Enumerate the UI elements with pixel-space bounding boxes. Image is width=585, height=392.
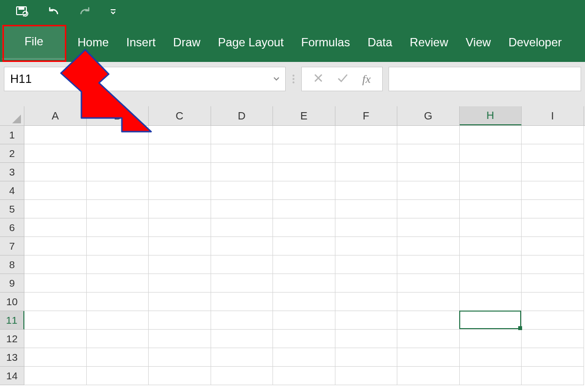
cell[interactable] [397,311,460,330]
cell[interactable] [460,367,522,385]
cell[interactable] [522,181,584,200]
cell[interactable] [24,200,87,218]
cell[interactable] [87,218,149,237]
tab-review[interactable]: Review [401,23,457,62]
cell[interactable] [397,330,460,348]
cell[interactable] [24,330,87,348]
cell[interactable] [460,237,522,255]
cell[interactable] [522,274,584,293]
cell[interactable] [211,163,273,181]
cell[interactable] [211,144,273,163]
cell[interactable] [460,163,522,181]
row-header-14[interactable]: 14 [0,367,24,385]
cell[interactable] [273,311,335,330]
cell[interactable] [273,163,335,181]
cell[interactable] [397,237,460,255]
cell[interactable] [522,367,584,385]
name-box[interactable]: H11 [4,67,286,91]
row-header-6[interactable]: 6 [0,218,24,237]
enter-formula-icon[interactable] [337,72,349,86]
cell[interactable] [149,181,211,200]
name-box-dropdown-icon[interactable] [273,76,279,82]
cell[interactable] [273,274,335,293]
cell[interactable] [87,330,149,348]
cell[interactable] [149,144,211,163]
tab-view[interactable]: View [457,23,500,62]
cell[interactable] [87,181,149,200]
cell[interactable] [149,367,211,385]
cell[interactable] [211,200,273,218]
cell[interactable] [460,348,522,367]
tab-page-layout[interactable]: Page Layout [209,23,292,62]
autosave-icon[interactable] [16,5,29,19]
cell[interactable] [87,144,149,163]
cell[interactable] [335,274,398,293]
cell[interactable] [149,293,211,311]
cell[interactable] [87,126,149,144]
cell[interactable] [335,200,398,218]
cell[interactable] [211,293,273,311]
col-header-h[interactable]: H [460,106,522,125]
cell[interactable] [522,144,584,163]
cell[interactable] [397,163,460,181]
col-header-d[interactable]: D [211,106,273,125]
row-header-10[interactable]: 10 [0,293,24,311]
cell[interactable] [24,311,87,330]
cell[interactable] [87,367,149,385]
customize-qat-icon[interactable] [109,5,117,19]
cell[interactable] [149,126,211,144]
cell[interactable] [273,367,335,385]
row-header-11[interactable]: 11 [0,311,24,330]
cell[interactable] [460,255,522,274]
row-header-8[interactable]: 8 [0,255,24,274]
cell[interactable] [522,330,584,348]
undo-icon[interactable] [47,5,60,19]
cell[interactable] [397,274,460,293]
cell[interactable] [211,367,273,385]
cell[interactable] [149,218,211,237]
cell[interactable] [397,293,460,311]
cell[interactable] [273,200,335,218]
cell[interactable] [397,367,460,385]
redo-icon[interactable] [78,5,92,19]
cell[interactable] [211,255,273,274]
select-all-corner[interactable] [0,106,24,125]
cell[interactable] [24,367,87,385]
tab-draw[interactable]: Draw [164,23,209,62]
cell[interactable] [149,200,211,218]
cell[interactable] [397,181,460,200]
cell[interactable] [522,200,584,218]
cell[interactable] [273,348,335,367]
formula-bar-splitter[interactable] [292,75,295,83]
cell[interactable] [24,255,87,274]
cell[interactable] [149,311,211,330]
row-header-9[interactable]: 9 [0,274,24,293]
col-header-c[interactable]: C [149,106,211,125]
col-header-f[interactable]: F [335,106,398,125]
cell[interactable] [522,126,584,144]
cell[interactable] [273,237,335,255]
cell[interactable] [149,237,211,255]
row-header-4[interactable]: 4 [0,181,24,200]
cell[interactable] [460,311,522,330]
col-header-a[interactable]: A [24,106,87,125]
cell[interactable] [335,311,398,330]
cell[interactable] [87,163,149,181]
cell[interactable] [273,293,335,311]
cell[interactable] [460,330,522,348]
cell[interactable] [24,293,87,311]
insert-function-icon[interactable]: fx [362,73,370,86]
col-header-g[interactable]: G [397,106,460,125]
cell[interactable] [273,330,335,348]
tab-data[interactable]: Data [359,23,401,62]
cell[interactable] [335,218,398,237]
cell[interactable] [397,218,460,237]
row-header-12[interactable]: 12 [0,330,24,348]
tab-insert[interactable]: Insert [117,23,164,62]
cell[interactable] [397,200,460,218]
cell[interactable] [522,163,584,181]
col-header-e[interactable]: E [273,106,335,125]
cell[interactable] [460,181,522,200]
row-header-3[interactable]: 3 [0,163,24,181]
cell[interactable] [397,255,460,274]
